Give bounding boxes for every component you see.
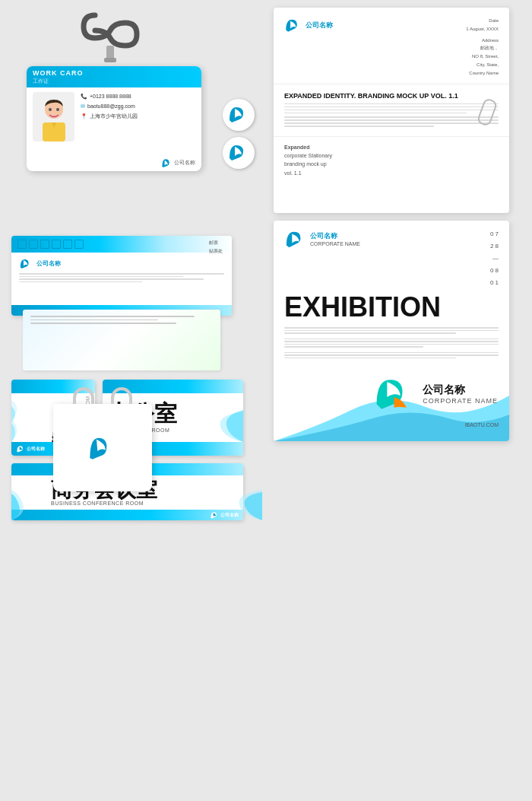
id-card-subtitle: 工作证 [33, 78, 84, 85]
left-column: WORK CARO 工作证 [11, 8, 262, 520]
addr-box-3 [40, 240, 49, 249]
business-conf-en: BUSINESS CONFERENCE ROOM [51, 501, 157, 506]
envelope-stamp-area: 邮票 贴票处 [209, 240, 223, 255]
pin-badge-2 [223, 137, 255, 169]
letterhead-company: 公司名称 [306, 21, 333, 30]
tote-handles [49, 387, 156, 404]
lanyard [80, 8, 141, 68]
envelope-address-boxes [17, 240, 84, 249]
letterhead-header: 公司名称 Date 1 August, XXXX Address 邮政地， NO… [274, 8, 509, 84]
envelope-body: 公司名称 [11, 253, 232, 287]
right-column: 公司名称 Date 1 August, XXXX Address 邮政地， NO… [274, 8, 521, 441]
id-card-title: WORK CARO [33, 69, 84, 77]
svg-rect-0 [106, 46, 114, 59]
brochure-header: 公司名称 CORPORATE NAME 0 7 2 8 — 0 8 0 1 [274, 221, 509, 294]
id-card-info: 📞 +0123 8888 8888 ✉ baotu888@zgg.com 📍 上… [81, 92, 195, 141]
envelope-top-strip: 邮票 贴票处 [11, 236, 232, 253]
letterhead-section-title: EXPANDED IDENTITY. BRANDING MOCK UP VOL.… [284, 92, 499, 100]
tote-bag-section [49, 387, 156, 497]
id-card-footer: 公司名称 [160, 157, 195, 168]
brochure-website: IBAOTU.COM [465, 422, 499, 428]
tote-handle-left [73, 387, 94, 404]
id-card-body: 📞 +0123 8888 8888 ✉ baotu888@zgg.com 📍 上… [27, 87, 201, 146]
brochure-title: EXHIBITION [274, 294, 509, 321]
letterhead-body: EXPANDED IDENTITY. BRANDING MOCK UP VOL.… [274, 84, 509, 137]
conf-sign-footer: 公司名称 [11, 510, 243, 520]
letterhead-contact: Date 1 August, XXXX Address 邮政地， NO 8, S… [466, 17, 499, 78]
bottom-logo: 公司名称 CORPORATE NAME [373, 373, 498, 415]
addr-box-6 [74, 240, 84, 249]
envelope-inner-lines [23, 310, 220, 330]
tote-bag-body [53, 404, 152, 491]
brochure-dates: 0 7 2 8 — 0 8 0 1 [490, 228, 499, 289]
letterhead: 公司名称 Date 1 August, XXXX Address 邮政地， NO… [274, 8, 509, 213]
envelope-section: 邮票 贴票处 公司名称 [11, 236, 262, 370]
addr-box-4 [52, 240, 61, 249]
svg-point-5 [56, 108, 59, 111]
envelope-logo: 公司名称 [19, 257, 224, 271]
svg-point-4 [49, 108, 52, 111]
addr-box-2 [29, 240, 38, 249]
brochure-body [274, 321, 509, 364]
envelope-outer: 邮票 贴票处 公司名称 [11, 236, 232, 316]
addr-box-5 [63, 240, 72, 249]
envelope-lines [19, 273, 224, 282]
addr-box-1 [17, 240, 27, 249]
bottom-logo-text: 公司名称 CORPORATE NAME [423, 383, 498, 405]
id-card-section: WORK CARO 工作证 [11, 8, 262, 228]
pin-badges [223, 99, 255, 169]
letterhead-footer: Expanded corporate Stationary branding m… [274, 136, 509, 183]
tote-handle-right [111, 387, 132, 404]
brochure-side-text-left: ABAOTU.COM [278, 390, 283, 426]
id-card-header: WORK CARO 工作证 [27, 66, 201, 87]
letterhead-logo: 公司名称 [284, 17, 333, 33]
envelope-inner [23, 310, 220, 370]
id-card-avatar [33, 92, 74, 141]
pin-badge-1 [223, 99, 255, 131]
brochure-logo: 公司名称 CORPORATE NAME [284, 228, 360, 250]
svg-rect-1 [104, 58, 116, 62]
id-card: WORK CARO 工作证 [27, 66, 201, 171]
brochure-company-info: 公司名称 CORPORATE NAME [310, 231, 360, 246]
